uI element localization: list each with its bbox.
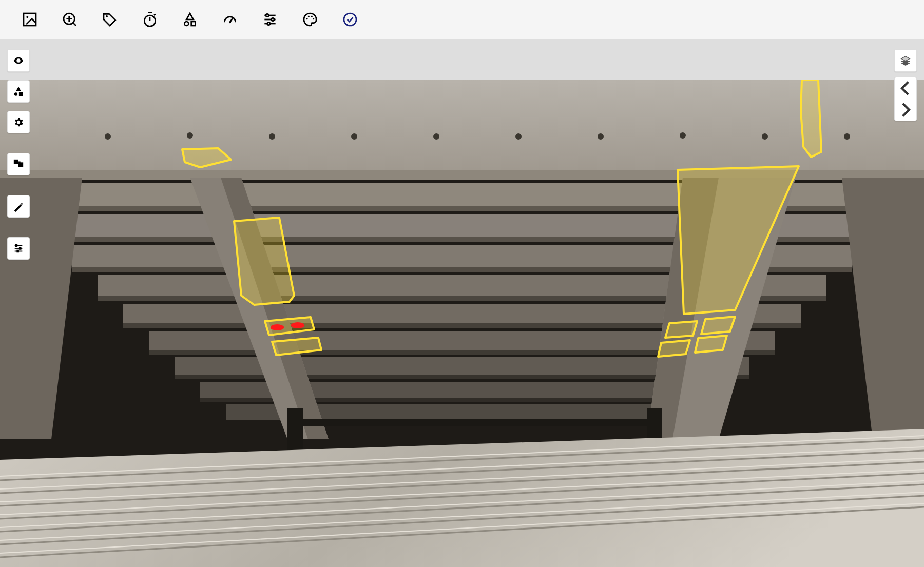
svg-point-45 [680, 132, 686, 139]
svg-rect-34 [20, 247, 21, 249]
tool-stopwatch[interactable] [141, 10, 159, 29]
svg-point-22 [308, 15, 310, 17]
sliders-icon [13, 243, 24, 254]
tool-image[interactable] [21, 10, 39, 29]
svg-rect-33 [16, 245, 17, 247]
magic-wand-icon [13, 201, 24, 212]
svg-point-44 [598, 133, 604, 140]
tool-shapes[interactable] [181, 10, 199, 29]
stopwatch-icon [142, 11, 158, 28]
svg-point-18 [266, 14, 268, 16]
svg-point-46 [762, 133, 768, 140]
left-red-marker-2[interactable] [291, 322, 304, 328]
svg-point-25 [344, 13, 356, 26]
svg-rect-37 [0, 80, 924, 178]
group-icon [13, 159, 24, 170]
svg-point-41 [351, 133, 357, 140]
top-toolbar [0, 0, 924, 39]
tune-icon [262, 11, 278, 28]
top-right-pour[interactable] [801, 80, 821, 157]
palette-icon [302, 11, 318, 28]
settings-button[interactable] [7, 111, 30, 133]
svg-rect-0 [24, 13, 36, 26]
right-toolbar [894, 49, 917, 121]
svg-rect-74 [287, 419, 662, 426]
svg-point-38 [105, 133, 111, 140]
svg-point-7 [144, 15, 155, 26]
magnify-add-icon [62, 11, 78, 28]
tool-palette[interactable] [301, 10, 319, 29]
svg-line-10 [154, 14, 156, 15]
tool-tune[interactable] [261, 10, 279, 29]
chevron-right-icon [895, 99, 916, 121]
tool-tag[interactable] [101, 10, 119, 29]
left-toolbar [7, 49, 30, 260]
svg-point-43 [515, 133, 522, 140]
right-strip-3[interactable] [658, 340, 690, 357]
svg-point-11 [184, 22, 188, 26]
nav-pair [894, 77, 917, 121]
gear-icon [13, 116, 24, 128]
visibility-button[interactable] [7, 49, 30, 72]
sliders-button[interactable] [7, 237, 30, 260]
shapes-icon [182, 11, 198, 28]
svg-point-39 [187, 132, 193, 139]
svg-point-24 [313, 18, 314, 19]
svg-point-23 [311, 15, 313, 17]
tool-magnify-add[interactable] [61, 10, 79, 29]
svg-point-21 [306, 18, 307, 19]
image-viewport[interactable] [0, 80, 924, 567]
prev-button[interactable] [895, 77, 916, 99]
scene-svg [0, 80, 924, 567]
svg-rect-27 [19, 92, 23, 96]
right-strip-1[interactable] [665, 321, 697, 338]
layers-button[interactable] [894, 49, 917, 72]
right-strip-2[interactable] [701, 317, 735, 334]
next-button[interactable] [895, 99, 916, 121]
tag-icon [102, 11, 118, 28]
layers-icon [900, 55, 911, 66]
speedometer-icon [222, 11, 238, 28]
svg-rect-35 [17, 250, 18, 252]
svg-point-47 [844, 133, 850, 140]
svg-rect-12 [191, 22, 196, 26]
svg-point-14 [229, 21, 231, 23]
chevron-left-icon [895, 77, 916, 99]
svg-point-26 [14, 92, 17, 95]
shapes-button[interactable] [7, 80, 30, 103]
svg-point-19 [272, 18, 274, 21]
svg-point-42 [433, 133, 439, 140]
check-circle-icon [342, 11, 358, 28]
right-strip-4[interactable] [695, 336, 727, 353]
group-button[interactable] [7, 153, 30, 175]
image-icon [22, 11, 38, 28]
visibility-icon [13, 55, 24, 66]
svg-point-40 [269, 133, 275, 140]
wand-button[interactable] [7, 195, 30, 218]
shapes-fill-icon [13, 86, 24, 97]
svg-line-5 [73, 23, 76, 26]
svg-point-6 [106, 15, 108, 17]
tool-check-circle[interactable] [341, 10, 359, 29]
svg-rect-28 [14, 160, 18, 164]
canvas-area[interactable] [0, 39, 924, 567]
left-red-marker-1[interactable] [271, 324, 284, 330]
svg-point-1 [26, 16, 28, 18]
tool-speedometer[interactable] [221, 10, 239, 29]
svg-point-20 [267, 22, 270, 25]
